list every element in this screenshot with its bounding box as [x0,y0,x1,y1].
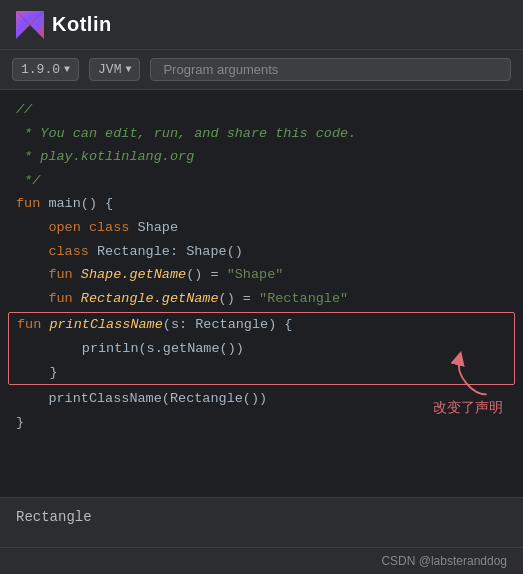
version-select[interactable]: 1.9.0 ▼ [12,58,79,81]
annotation-arrow-icon [443,349,503,399]
code-line-open-class: open class Shape [0,216,523,240]
annotation-label: 改变了声明 [433,399,503,417]
version-arrow-icon: ▼ [64,64,70,75]
code-line-comment-end: */ [0,169,523,193]
code-editor: // * You can edit, run, and share this c… [0,90,523,497]
code-line-comment-slash: // [0,98,523,122]
target-select[interactable]: JVM ▼ [89,58,140,81]
code-line-class-rect: class Rectangle: Shape() [0,240,523,264]
kotlin-logo-text: Kotlin [52,13,112,36]
target-arrow-icon: ▼ [125,64,131,75]
watermark: CSDN @labsteranddog [381,554,507,568]
code-line-rect-get: fun Rectangle.getName() = "Rectangle" [0,287,523,311]
output-text: Rectangle [16,509,92,525]
kotlin-logo-icon [16,11,44,39]
version-label: 1.9.0 [21,62,60,77]
app-container: Kotlin 1.9.0 ▼ JVM ▼ Program arguments /… [0,0,523,574]
output-area: Rectangle [0,497,523,547]
toolbar: 1.9.0 ▼ JVM ▼ Program arguments [0,50,523,90]
code-line-shape-get: fun Shape.getName() = "Shape" [0,263,523,287]
code-line-comment2: * play.kotlinlang.org [0,145,523,169]
target-label: JVM [98,62,121,77]
code-line-comment1: * You can edit, run, and share this code… [0,122,523,146]
arrow-annotation: 改变了声明 [433,349,503,417]
header: Kotlin [0,0,523,50]
code-line-print-class-fun: fun printClassName(s: Rectangle) { [9,313,514,337]
footer: CSDN @labsteranddog [0,547,523,574]
kotlin-logo: Kotlin [16,11,112,39]
code-line-fun-main: fun main() { [0,192,523,216]
program-args-input[interactable]: Program arguments [150,58,511,81]
